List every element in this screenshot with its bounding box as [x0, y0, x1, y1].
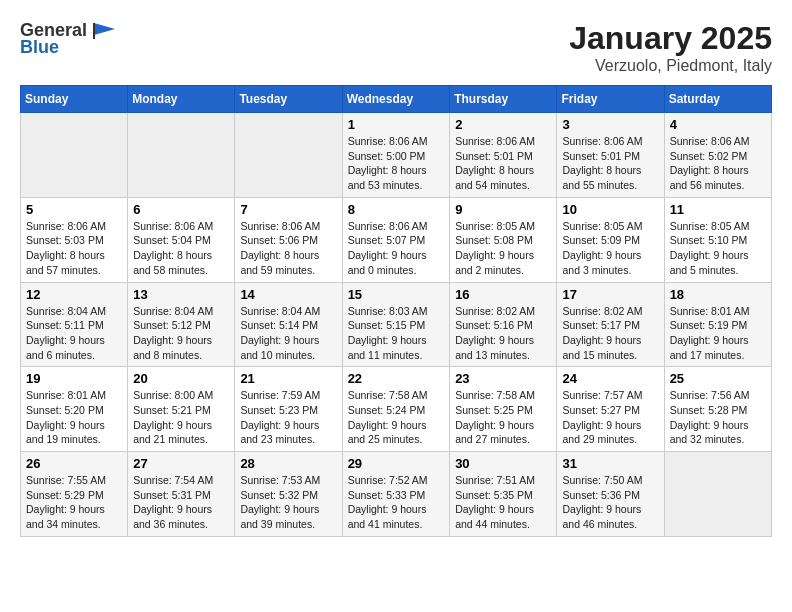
day-info: Daylight: 9 hours and 27 minutes.	[455, 418, 551, 447]
day-info: Sunset: 5:14 PM	[240, 318, 336, 333]
day-info: Sunrise: 8:06 AM	[348, 219, 445, 234]
day-number: 26	[26, 456, 122, 471]
day-info: Sunrise: 8:04 AM	[240, 304, 336, 319]
day-info: Daylight: 9 hours and 36 minutes.	[133, 502, 229, 531]
calendar-cell: 17Sunrise: 8:02 AMSunset: 5:17 PMDayligh…	[557, 282, 664, 367]
calendar-cell: 19Sunrise: 8:01 AMSunset: 5:20 PMDayligh…	[21, 367, 128, 452]
day-info: Sunset: 5:20 PM	[26, 403, 122, 418]
day-info: Sunset: 5:19 PM	[670, 318, 766, 333]
calendar-cell: 29Sunrise: 7:52 AMSunset: 5:33 PMDayligh…	[342, 452, 450, 537]
day-info: Daylight: 9 hours and 17 minutes.	[670, 333, 766, 362]
day-header-thursday: Thursday	[450, 86, 557, 113]
day-info: Sunset: 5:31 PM	[133, 488, 229, 503]
day-number: 22	[348, 371, 445, 386]
calendar-cell: 30Sunrise: 7:51 AMSunset: 5:35 PMDayligh…	[450, 452, 557, 537]
day-info: Sunrise: 8:06 AM	[26, 219, 122, 234]
day-info: Daylight: 9 hours and 3 minutes.	[562, 248, 658, 277]
day-info: Sunset: 5:12 PM	[133, 318, 229, 333]
day-number: 27	[133, 456, 229, 471]
day-number: 6	[133, 202, 229, 217]
day-info: Sunrise: 7:57 AM	[562, 388, 658, 403]
day-info: Sunrise: 8:05 AM	[670, 219, 766, 234]
day-info: Sunrise: 8:06 AM	[240, 219, 336, 234]
day-number: 28	[240, 456, 336, 471]
day-number: 16	[455, 287, 551, 302]
day-info: Sunset: 5:17 PM	[562, 318, 658, 333]
day-info: Daylight: 8 hours and 58 minutes.	[133, 248, 229, 277]
day-number: 20	[133, 371, 229, 386]
calendar-cell: 14Sunrise: 8:04 AMSunset: 5:14 PMDayligh…	[235, 282, 342, 367]
day-info: Daylight: 9 hours and 6 minutes.	[26, 333, 122, 362]
day-info: Daylight: 8 hours and 59 minutes.	[240, 248, 336, 277]
calendar-cell: 21Sunrise: 7:59 AMSunset: 5:23 PMDayligh…	[235, 367, 342, 452]
day-info: Sunset: 5:15 PM	[348, 318, 445, 333]
day-info: Daylight: 9 hours and 10 minutes.	[240, 333, 336, 362]
calendar-cell: 27Sunrise: 7:54 AMSunset: 5:31 PMDayligh…	[128, 452, 235, 537]
day-info: Sunrise: 8:03 AM	[348, 304, 445, 319]
calendar-cell: 4Sunrise: 8:06 AMSunset: 5:02 PMDaylight…	[664, 113, 771, 198]
day-info: Sunrise: 7:58 AM	[348, 388, 445, 403]
calendar-cell: 10Sunrise: 8:05 AMSunset: 5:09 PMDayligh…	[557, 197, 664, 282]
day-info: Daylight: 9 hours and 23 minutes.	[240, 418, 336, 447]
day-header-monday: Monday	[128, 86, 235, 113]
day-info: Daylight: 8 hours and 56 minutes.	[670, 163, 766, 192]
day-info: Sunrise: 7:54 AM	[133, 473, 229, 488]
day-info: Sunrise: 8:06 AM	[455, 134, 551, 149]
day-number: 15	[348, 287, 445, 302]
day-info: Sunset: 5:11 PM	[26, 318, 122, 333]
calendar-cell: 13Sunrise: 8:04 AMSunset: 5:12 PMDayligh…	[128, 282, 235, 367]
calendar-subtitle: Verzuolo, Piedmont, Italy	[569, 57, 772, 75]
week-row-1: 1Sunrise: 8:06 AMSunset: 5:00 PMDaylight…	[21, 113, 772, 198]
day-info: Daylight: 9 hours and 44 minutes.	[455, 502, 551, 531]
day-info: Sunset: 5:27 PM	[562, 403, 658, 418]
day-info: Daylight: 9 hours and 19 minutes.	[26, 418, 122, 447]
calendar-cell: 6Sunrise: 8:06 AMSunset: 5:04 PMDaylight…	[128, 197, 235, 282]
calendar-cell: 24Sunrise: 7:57 AMSunset: 5:27 PMDayligh…	[557, 367, 664, 452]
day-info: Daylight: 9 hours and 8 minutes.	[133, 333, 229, 362]
day-info: Sunset: 5:28 PM	[670, 403, 766, 418]
day-number: 10	[562, 202, 658, 217]
day-info: Daylight: 8 hours and 55 minutes.	[562, 163, 658, 192]
calendar-cell: 31Sunrise: 7:50 AMSunset: 5:36 PMDayligh…	[557, 452, 664, 537]
calendar-table: SundayMondayTuesdayWednesdayThursdayFrid…	[20, 85, 772, 537]
calendar-cell	[128, 113, 235, 198]
day-info: Sunset: 5:01 PM	[562, 149, 658, 164]
day-info: Sunrise: 8:04 AM	[26, 304, 122, 319]
day-info: Sunset: 5:09 PM	[562, 233, 658, 248]
day-info: Sunset: 5:02 PM	[670, 149, 766, 164]
calendar-cell: 2Sunrise: 8:06 AMSunset: 5:01 PMDaylight…	[450, 113, 557, 198]
day-info: Sunset: 5:29 PM	[26, 488, 122, 503]
day-info: Sunrise: 7:51 AM	[455, 473, 551, 488]
calendar-cell: 7Sunrise: 8:06 AMSunset: 5:06 PMDaylight…	[235, 197, 342, 282]
page-header: General Blue January 2025 Verzuolo, Pied…	[20, 20, 772, 75]
day-info: Daylight: 8 hours and 54 minutes.	[455, 163, 551, 192]
day-info: Sunset: 5:16 PM	[455, 318, 551, 333]
day-info: Sunrise: 8:06 AM	[562, 134, 658, 149]
day-info: Sunset: 5:21 PM	[133, 403, 229, 418]
day-info: Daylight: 9 hours and 32 minutes.	[670, 418, 766, 447]
day-info: Sunrise: 7:59 AM	[240, 388, 336, 403]
day-number: 1	[348, 117, 445, 132]
calendar-cell: 9Sunrise: 8:05 AMSunset: 5:08 PMDaylight…	[450, 197, 557, 282]
calendar-cell	[21, 113, 128, 198]
calendar-cell: 1Sunrise: 8:06 AMSunset: 5:00 PMDaylight…	[342, 113, 450, 198]
calendar-cell	[664, 452, 771, 537]
day-info: Daylight: 9 hours and 11 minutes.	[348, 333, 445, 362]
day-info: Sunrise: 7:58 AM	[455, 388, 551, 403]
day-header-saturday: Saturday	[664, 86, 771, 113]
day-info: Sunset: 5:08 PM	[455, 233, 551, 248]
day-number: 25	[670, 371, 766, 386]
day-info: Daylight: 8 hours and 53 minutes.	[348, 163, 445, 192]
day-number: 30	[455, 456, 551, 471]
calendar-cell: 16Sunrise: 8:02 AMSunset: 5:16 PMDayligh…	[450, 282, 557, 367]
calendar-cell: 20Sunrise: 8:00 AMSunset: 5:21 PMDayligh…	[128, 367, 235, 452]
day-info: Daylight: 9 hours and 25 minutes.	[348, 418, 445, 447]
day-info: Sunrise: 8:05 AM	[562, 219, 658, 234]
day-info: Daylight: 9 hours and 15 minutes.	[562, 333, 658, 362]
calendar-cell: 22Sunrise: 7:58 AMSunset: 5:24 PMDayligh…	[342, 367, 450, 452]
calendar-cell	[235, 113, 342, 198]
week-row-5: 26Sunrise: 7:55 AMSunset: 5:29 PMDayligh…	[21, 452, 772, 537]
day-number: 9	[455, 202, 551, 217]
day-number: 14	[240, 287, 336, 302]
day-info: Sunset: 5:07 PM	[348, 233, 445, 248]
